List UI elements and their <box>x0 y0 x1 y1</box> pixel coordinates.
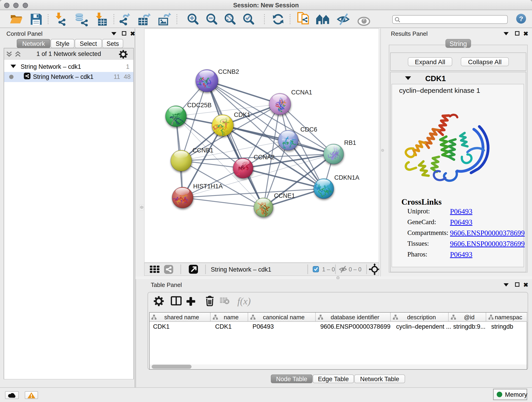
svg-text:RB1: RB1 <box>344 139 356 146</box>
svg-text:f(x): f(x) <box>237 296 251 307</box>
svg-text:0 – 0: 0 – 0 <box>349 266 361 273</box>
svg-text:1 – 0: 1 – 0 <box>322 266 335 273</box>
svg-text:CCNB1: CCNB1 <box>192 147 214 154</box>
svg-text:CDKN1A: CDKN1A <box>334 174 360 181</box>
svg-text:CDC6: CDC6 <box>300 126 317 133</box>
svg-text:CCNE1: CCNE1 <box>274 192 295 199</box>
svg-text:CCNA1: CCNA1 <box>291 89 312 96</box>
svg-text:HIST1H1A: HIST1H1A <box>193 183 223 190</box>
svg-text:String Network – cdk1: String Network – cdk1 <box>211 266 271 273</box>
svg-text:CDC25B: CDC25B <box>187 102 212 109</box>
svg-text:CCNB2: CCNB2 <box>218 68 239 75</box>
svg-text:CCNA2: CCNA2 <box>254 154 275 161</box>
svg-text:CDK1: CDK1 <box>234 111 250 118</box>
